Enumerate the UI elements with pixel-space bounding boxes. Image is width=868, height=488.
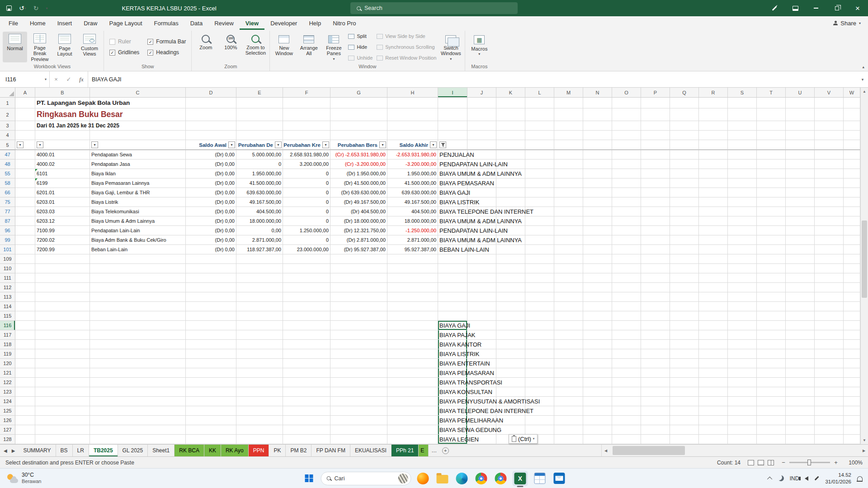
ribbon-tab-developer[interactable]: Developer	[264, 16, 303, 30]
cell-H75[interactable]: 49.167.500,00	[387, 197, 438, 207]
cell-I101[interactable]: BEBAN LAIN-LAIN	[438, 245, 467, 254]
cell-S123[interactable]	[728, 387, 757, 397]
cell-B66[interactable]: 6201.01	[35, 188, 90, 197]
cell-H110[interactable]	[387, 264, 438, 273]
cell-E4[interactable]	[236, 131, 283, 140]
cell-J113[interactable]	[467, 292, 496, 302]
cell-I120[interactable]: BIAYA ENTERTAIN	[438, 359, 467, 368]
cell-H1[interactable]	[387, 98, 438, 108]
cell-C4[interactable]	[90, 131, 186, 140]
cell-Q87[interactable]	[670, 216, 699, 226]
cell-B5[interactable]: ▼	[35, 140, 90, 150]
cell-M121[interactable]	[554, 368, 583, 378]
column-header-D[interactable]: D	[186, 88, 236, 98]
cell-D118[interactable]	[186, 340, 236, 349]
row-header-122[interactable]: 122	[0, 378, 15, 387]
cell-T3[interactable]	[757, 121, 786, 131]
cell-F96[interactable]: 1.250.000,00	[283, 226, 330, 235]
cell-H118[interactable]	[387, 340, 438, 349]
enter-icon[interactable]: ✓	[62, 76, 75, 83]
cell-B119[interactable]	[35, 349, 90, 359]
cell-L122[interactable]	[525, 378, 554, 387]
cell-I4[interactable]	[438, 131, 467, 140]
cell-S96[interactable]	[728, 226, 757, 235]
cell-S2[interactable]	[728, 108, 757, 121]
cell-Q119[interactable]	[670, 349, 699, 359]
cell-K1[interactable]	[496, 98, 525, 108]
cell-V121[interactable]	[815, 368, 844, 378]
cell-M47[interactable]	[554, 150, 583, 160]
cell-P48[interactable]	[641, 160, 670, 169]
cell-C115[interactable]	[90, 311, 186, 321]
cell-M128[interactable]	[554, 435, 583, 444]
row-header-117[interactable]: 117	[0, 330, 15, 340]
cell-W47[interactable]	[844, 150, 860, 160]
cell-R101[interactable]	[699, 245, 728, 254]
cell-F110[interactable]	[283, 264, 330, 273]
cell-H2[interactable]	[387, 108, 438, 121]
cell-S101[interactable]	[728, 245, 757, 254]
cell-M2[interactable]	[554, 108, 583, 121]
cell-R77[interactable]	[699, 207, 728, 216]
cell-V127[interactable]	[815, 425, 844, 435]
cell-C58[interactable]: Biaya Pemasaran Lainnya	[90, 178, 186, 188]
cell-U47[interactable]	[786, 150, 815, 160]
ribbon-tab-insert[interactable]: Insert	[52, 16, 78, 30]
cell-A122[interactable]	[15, 378, 35, 387]
cell-O127[interactable]	[612, 425, 641, 435]
cell-G96[interactable]: (Dr) 12.321.750,00	[330, 226, 387, 235]
cell-Q111[interactable]	[670, 273, 699, 283]
cell-E58[interactable]: 41.500.000,00	[236, 178, 283, 188]
macros-button[interactable]: Macros ▾	[467, 32, 491, 62]
cell-U5[interactable]	[786, 140, 815, 150]
cell-T48[interactable]	[757, 160, 786, 169]
cell-V47[interactable]	[815, 150, 844, 160]
cell-E117[interactable]	[236, 330, 283, 340]
cell-T121[interactable]	[757, 368, 786, 378]
cell-N121[interactable]	[583, 368, 612, 378]
cell-H58[interactable]: 41.500.000,00	[387, 178, 438, 188]
cell-L123[interactable]	[525, 387, 554, 397]
cell-T55[interactable]	[757, 169, 786, 178]
cell-C117[interactable]	[90, 330, 186, 340]
filter-dropdown-icon[interactable]: ▼	[379, 141, 386, 148]
cell-A112[interactable]	[15, 283, 35, 292]
mail-app-taskbar-icon[interactable]	[552, 471, 567, 486]
cell-B4[interactable]	[35, 131, 90, 140]
cell-L113[interactable]	[525, 292, 554, 302]
cell-I96[interactable]: PENDAPATAN LAIN-LAIN	[438, 226, 467, 235]
cell-I47[interactable]: PENJUALAN	[438, 150, 467, 160]
cell-Q48[interactable]	[670, 160, 699, 169]
excel-taskbar-icon[interactable]: X	[513, 471, 528, 486]
cell-J2[interactable]	[467, 108, 496, 121]
cell-K4[interactable]	[496, 131, 525, 140]
normal-view-shortcut-icon[interactable]	[748, 460, 754, 465]
cell-A127[interactable]	[15, 425, 35, 435]
cell-V99[interactable]	[815, 235, 844, 245]
zoom-button[interactable]: Zoom	[193, 32, 218, 62]
cell-D109[interactable]	[186, 254, 236, 264]
sheet-tab-e[interactable]: E	[419, 445, 429, 456]
cell-C122[interactable]	[90, 378, 186, 387]
cell-U122[interactable]	[786, 378, 815, 387]
cell-P2[interactable]	[641, 108, 670, 121]
cell-N116[interactable]	[583, 321, 612, 330]
cell-H5[interactable]: Saldo Akhir▼	[387, 140, 438, 150]
cell-N118[interactable]	[583, 340, 612, 349]
cell-C111[interactable]	[90, 273, 186, 283]
cell-P122[interactable]	[641, 378, 670, 387]
cell-C127[interactable]	[90, 425, 186, 435]
cell-S77[interactable]	[728, 207, 757, 216]
cell-K114[interactable]	[496, 302, 525, 311]
cell-K66[interactable]	[496, 188, 525, 197]
cell-O5[interactable]	[612, 140, 641, 150]
horizontal-scrollbar[interactable]: ◀ ▶	[601, 445, 868, 456]
cell-L121[interactable]	[525, 368, 554, 378]
column-header-W[interactable]: W	[844, 88, 860, 98]
cell-B122[interactable]	[35, 378, 90, 387]
cell-V118[interactable]	[815, 340, 844, 349]
cell-B96[interactable]: 7100.99	[35, 226, 90, 235]
cell-A5[interactable]: ▼	[15, 140, 35, 150]
cell-T119[interactable]	[757, 349, 786, 359]
cell-K111[interactable]	[496, 273, 525, 283]
